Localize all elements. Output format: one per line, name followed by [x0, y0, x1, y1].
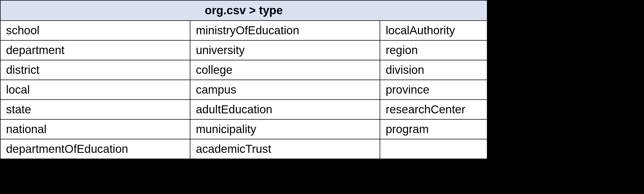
type-table: org.csv > type school ministryOfEducatio… — [0, 0, 487, 159]
table-cell: college — [190, 60, 380, 80]
table-header-row: org.csv > type — [0, 0, 487, 21]
table-cell: localAuthority — [380, 21, 487, 40]
table-cell: national — [0, 119, 190, 139]
table-row: department university region — [0, 40, 487, 60]
table-cell: researchCenter — [380, 100, 487, 119]
table-cell: department — [0, 40, 190, 60]
table-cell: school — [0, 21, 190, 40]
table-cell: program — [380, 119, 487, 139]
table-header: org.csv > type — [0, 0, 487, 21]
table-row: district college division — [0, 60, 487, 80]
table-cell: region — [380, 40, 487, 60]
table-cell: municipality — [190, 119, 380, 139]
table-row: state adultEducation researchCenter — [0, 100, 487, 119]
table-cell: academicTrust — [190, 139, 380, 159]
table-cell: ministryOfEducation — [190, 21, 380, 40]
table-cell: district — [0, 60, 190, 80]
table-cell: division — [380, 60, 487, 80]
table-cell: province — [380, 80, 487, 100]
table-row: school ministryOfEducation localAuthorit… — [0, 21, 487, 40]
table-cell: departmentOfEducation — [0, 139, 190, 159]
table-row: departmentOfEducation academicTrust — [0, 139, 487, 159]
table-cell — [380, 139, 487, 159]
table-cell: adultEducation — [190, 100, 380, 119]
table-row: local campus province — [0, 80, 487, 100]
table-cell: local — [0, 80, 190, 100]
table-cell: university — [190, 40, 380, 60]
type-table-wrapper: org.csv > type school ministryOfEducatio… — [0, 0, 487, 159]
table-row: national municipality program — [0, 119, 487, 139]
table-cell: campus — [190, 80, 380, 100]
table-cell: state — [0, 100, 190, 119]
